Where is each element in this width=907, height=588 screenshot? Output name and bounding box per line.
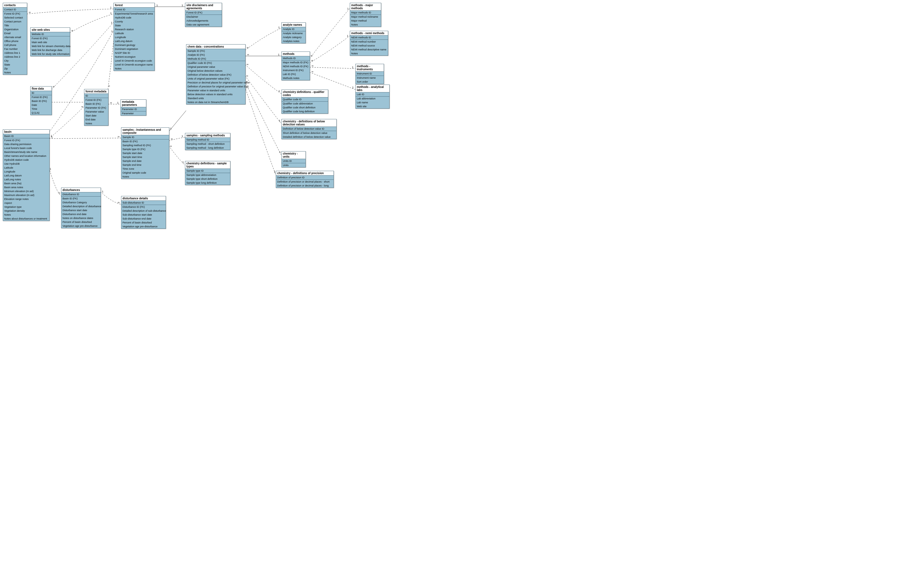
field: Elevation range notes bbox=[3, 197, 49, 201]
entity-flow_data[interactable]: flow dataIDForest ID (FK)Basin ID (FK)Da… bbox=[30, 86, 52, 115]
field: NEMI method descriptive name bbox=[350, 48, 388, 51]
field: Definition of precision or decimal place… bbox=[276, 180, 333, 184]
pk-field: Sub-disturbance ID bbox=[121, 201, 166, 205]
pk-field: Contact ID bbox=[3, 8, 27, 11]
field: Time bbox=[30, 107, 51, 111]
pk-field: Sample ID (FK) bbox=[186, 49, 245, 53]
field: Lab name bbox=[356, 101, 389, 104]
field: Sub-disturbance end date bbox=[121, 217, 166, 220]
field: Basin/stream/study site name bbox=[3, 150, 49, 154]
entity-contacts[interactable]: contactsContact IDForest ID (FK)Selected… bbox=[3, 3, 27, 75]
cardinality-label: ∞ bbox=[81, 105, 83, 108]
field: Sample type short definition bbox=[185, 177, 230, 181]
cardinality-label: ∞ bbox=[108, 85, 110, 87]
cardinality-label: 1 bbox=[278, 53, 279, 56]
cardinality-label: 1 bbox=[278, 26, 280, 29]
field: Vegetation age pre-disturbance bbox=[121, 225, 166, 228]
field: Start date bbox=[84, 114, 108, 118]
entity-sampling_methods[interactable]: samples - sampling methodsSampling metho… bbox=[185, 133, 231, 150]
cardinality-label: 1 bbox=[352, 66, 353, 69]
entity-sample_types[interactable]: chemistry definitions - sample typesSamp… bbox=[185, 161, 231, 185]
field: Basin ID (FK) bbox=[121, 139, 169, 143]
entity-title: methods - nemi methods bbox=[350, 31, 388, 35]
entity-title: samples - instantaneous and composite bbox=[121, 128, 169, 135]
entity-site_web_sites[interactable]: site web sitesWebsite IDForest ID (FK)Ma… bbox=[30, 27, 70, 56]
field: Major method nickname bbox=[350, 15, 381, 19]
entity-major_methods[interactable]: methods - major methodsMajor methods IDM… bbox=[350, 3, 381, 27]
field: Longitude bbox=[114, 35, 154, 39]
entity-forest[interactable]: forestForest IDExperimental forest/resea… bbox=[114, 3, 155, 71]
entity-chem_data[interactable]: chem data - concentrationsSample ID (FK)… bbox=[186, 44, 245, 104]
pk-field: ID bbox=[84, 94, 108, 98]
cardinality-label: ∞ bbox=[311, 70, 313, 73]
field: Q (L/s) bbox=[30, 111, 51, 115]
field: Sampling method - short definition bbox=[185, 142, 230, 146]
cardinality-label: 1 bbox=[278, 89, 280, 93]
cardinality-label: ∞ bbox=[110, 101, 112, 104]
field: Other names and location information bbox=[3, 154, 49, 158]
entity-instruments[interactable]: methods - instrumentsInstrument IDInstru… bbox=[356, 64, 384, 84]
field: Parameter bbox=[121, 112, 146, 115]
pk-field: ID bbox=[30, 91, 51, 95]
field: Units of original parameter value (FK) bbox=[186, 77, 245, 81]
pk-field: Sampling method ID bbox=[185, 138, 230, 142]
field: Parameter value bbox=[84, 110, 108, 114]
cardinality-label: ∞ bbox=[170, 145, 172, 147]
relationship-line bbox=[245, 81, 281, 155]
field: Detailed definition of below detection v… bbox=[282, 135, 337, 139]
entity-analytical_labs[interactable]: methods - analytical labsLab IDLab abbre… bbox=[356, 85, 389, 109]
field: NEMI method source bbox=[350, 44, 388, 48]
relationship-line bbox=[245, 28, 281, 50]
field: Sample start time bbox=[121, 155, 169, 159]
entity-methods[interactable]: methodsMethods IDMajor methods ID (FK)NE… bbox=[281, 51, 310, 80]
entity-units[interactable]: chemistry - unitsUnits IDUnits bbox=[281, 151, 306, 168]
entity-samples[interactable]: samples - instantaneous and compositeSam… bbox=[121, 128, 169, 179]
relationship-line bbox=[69, 14, 114, 33]
cardinality-label: 1 bbox=[111, 30, 113, 33]
field: Vegetation age pre-disturbance bbox=[61, 224, 101, 228]
cardinality-label: 1 bbox=[352, 86, 354, 89]
er-diagram-canvas: 11∞1∞1∞1∞1∞11∞∞11∞1∞1∞1∞1∞1∞1∞1∞1∞1∞1∞1∞… bbox=[0, 0, 406, 266]
field: Qualifier code short definition bbox=[282, 105, 328, 109]
entity-title: chemistry - units bbox=[282, 152, 306, 159]
field: Notes bbox=[350, 51, 388, 56]
field: Lat/Long datum bbox=[114, 39, 154, 43]
entity-title: forest metadata bbox=[84, 89, 108, 94]
entity-forest_metadata[interactable]: forest metadataIDForest ID (FK)Basin ID … bbox=[84, 89, 109, 126]
field: Percent of basin disturbed bbox=[61, 220, 101, 224]
entity-disturbance_details[interactable]: disturbance detailsSub-disturbance IDDis… bbox=[121, 196, 166, 229]
cardinality-label: ∞ bbox=[311, 54, 312, 57]
field: Web link for study site information bbox=[30, 52, 70, 56]
field: Lat/Long datum bbox=[3, 174, 49, 177]
entity-disturbances[interactable]: disturbancesDisturbance IDBasin ID (FK)D… bbox=[61, 188, 101, 228]
pk-field: Instrument ID bbox=[356, 72, 384, 76]
pk-field: NEMI methods ID bbox=[350, 35, 388, 40]
field: Sample start date bbox=[121, 151, 169, 155]
entity-metadata_parameters[interactable]: metadata parametersParameter IDParameter bbox=[120, 99, 146, 116]
cardinality-label: 1 bbox=[51, 136, 53, 139]
field: Aspect bbox=[3, 201, 49, 205]
entity-precision[interactable]: chemistry - definitions of precisionDefi… bbox=[276, 171, 334, 188]
cardinality-label: 1 bbox=[347, 34, 348, 37]
field: State bbox=[3, 63, 27, 67]
field: Original parameter value bbox=[186, 65, 245, 69]
entity-basin[interactable]: basinBasin IDForest ID (FK)Data sharing … bbox=[3, 129, 50, 221]
field: Disturbance ID (FK) bbox=[121, 205, 166, 209]
entity-below_detection[interactable]: chemistry - definitions of below detecti… bbox=[281, 119, 337, 139]
field: Dominant geology bbox=[114, 43, 154, 47]
cardinality-label: 1 bbox=[182, 135, 183, 137]
entity-analyte_names[interactable]: analyte namesAnalyte IDAnalyte nicknameA… bbox=[281, 22, 306, 43]
pk-field: Definition of precision ID bbox=[276, 176, 333, 179]
pk-field: Forest ID bbox=[114, 8, 154, 11]
field: Notes bbox=[84, 121, 108, 125]
entity-qualifier_codes[interactable]: chemistry definitions - qualifier codesQ… bbox=[281, 89, 328, 114]
field: Notes bbox=[3, 213, 49, 217]
field: Vegetation density bbox=[3, 209, 49, 213]
field: State bbox=[114, 24, 154, 27]
pk-field: Sample type ID bbox=[185, 169, 230, 173]
entity-site_disclaimers[interactable]: site disclaimers and agreementsForest ID… bbox=[185, 3, 222, 27]
field: Title bbox=[3, 24, 27, 27]
relationship-line bbox=[309, 72, 356, 89]
entity-nemi_methods[interactable]: methods - nemi methodsNEMI methods IDNEM… bbox=[350, 31, 388, 56]
relationship-line bbox=[309, 67, 356, 69]
